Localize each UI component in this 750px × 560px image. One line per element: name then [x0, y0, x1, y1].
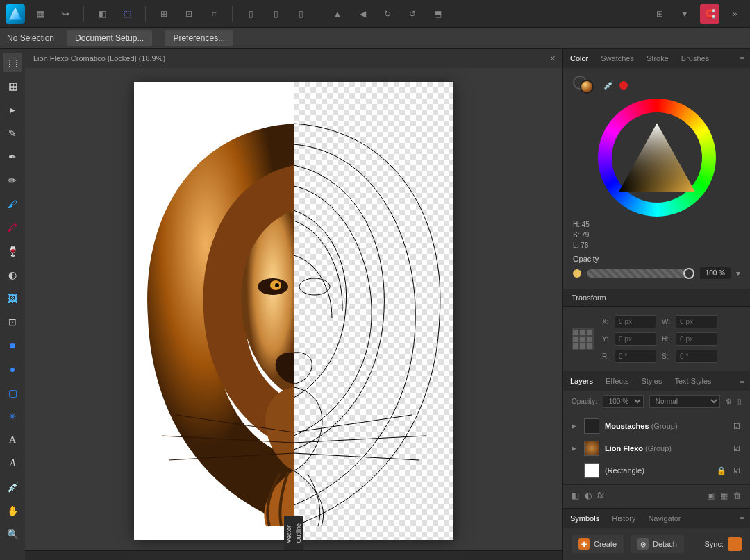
snapping-grid-icon[interactable]: ⌗	[204, 4, 224, 24]
opacity-value[interactable]: 100 %	[700, 267, 731, 279]
layers-menu-icon[interactable]: ≡	[740, 377, 744, 385]
color-sample-icon[interactable]	[619, 81, 628, 90]
flip-h-icon[interactable]: ▲	[328, 4, 347, 24]
delete-layer-icon[interactable]: 🗑	[733, 491, 742, 500]
tab-symbols[interactable]: Symbols	[569, 511, 601, 525]
symbols-menu-icon[interactable]: ≡	[740, 514, 744, 523]
context-bar: No Selection Document Setup... Preferenc…	[0, 28, 750, 49]
transparency-tool-icon[interactable]: ◐	[3, 265, 22, 285]
tab-styles[interactable]: Styles	[640, 374, 663, 388]
layers-toggle-icon[interactable]: ⬚	[117, 4, 137, 24]
tab-color[interactable]: Color	[569, 51, 590, 65]
svg-marker-5	[619, 124, 695, 192]
horizontal-scrollbar[interactable]	[25, 550, 562, 560]
place-image-tool-icon[interactable]: 🖼	[3, 289, 22, 308]
align-left-icon[interactable]: ▯	[241, 4, 260, 24]
y-field[interactable]	[615, 332, 656, 346]
flip-v-icon[interactable]: ◀	[353, 4, 372, 24]
artboard-tool-icon[interactable]: ▦	[3, 76, 22, 96]
w-field[interactable]	[676, 315, 717, 328]
color-wheel[interactable]	[598, 99, 716, 217]
fx-icon[interactable]: fx	[597, 491, 603, 500]
create-symbol-button[interactable]: ✚Create	[572, 535, 624, 553]
arrange-icon[interactable]: ⬒	[428, 4, 447, 24]
crop-tool-icon[interactable]: ⊡	[3, 312, 22, 332]
node-tool-icon[interactable]: ▸	[3, 100, 22, 119]
s-field[interactable]	[676, 350, 717, 363]
no-selection-label: No Selection	[7, 33, 54, 43]
add-layer-icon[interactable]: ▣	[707, 491, 715, 500]
visibility-checkbox: ☑	[732, 422, 742, 431]
magnet-icon[interactable]: 🧲	[700, 4, 719, 24]
color-panel: 💉 H: 45S: 79L: 76 Opacity 100 % ▾	[563, 68, 750, 289]
rotate-ccw-icon[interactable]: ↺	[403, 4, 422, 24]
panel-menu-icon[interactable]: ≡	[740, 54, 744, 62]
layer-settings-icon[interactable]: ⚙	[726, 398, 732, 405]
persona-pixel-icon[interactable]: ⊶	[56, 4, 75, 24]
brush-tool-icon[interactable]: 🖌	[3, 194, 22, 214]
rotate-cw-icon[interactable]: ↻	[378, 4, 397, 24]
fill-stroke-swatch[interactable]	[573, 76, 598, 95]
opacity-slider[interactable]	[587, 269, 694, 278]
h-field[interactable]	[676, 332, 717, 346]
eyedropper-tool-icon[interactable]: 💉	[3, 477, 22, 497]
persona-designer-icon[interactable]: ▦	[31, 4, 50, 24]
layer-row[interactable]: ▶Lion Flexo (Group)☑	[569, 437, 744, 459]
layer-options-icon[interactable]: ▯	[738, 398, 742, 405]
pan-tool-icon[interactable]: ✋	[3, 501, 22, 520]
corner-tool-icon[interactable]: ✎	[3, 124, 22, 143]
document-setup-button[interactable]: Document Setup...	[67, 30, 152, 46]
tab-navigator[interactable]: Navigator	[647, 511, 682, 525]
top-toolbar: ▦ ⊶ ◧ ⬚ ⊞ ⊡ ⌗ ▯ ▯ ▯ ▲ ◀ ↻ ↺ ⬒ ⊞ ▾ 🧲 »	[0, 0, 750, 28]
grid-icon[interactable]: ⊞	[154, 4, 174, 24]
layer-row[interactable]: (Rectangle) 🔒☑	[569, 459, 744, 482]
rectangle-tool-icon[interactable]: ■	[3, 336, 22, 355]
layer-opacity-select[interactable]: 100 %	[603, 395, 644, 408]
text-tool-icon[interactable]: A	[3, 430, 22, 450]
eyedropper-icon[interactable]: 💉	[603, 80, 614, 90]
tab-layers[interactable]: Layers	[569, 374, 594, 388]
canvas-viewport[interactable]: Vector Outline	[25, 68, 562, 550]
gradient-tool-icon[interactable]: 🍷	[3, 241, 22, 261]
fill-tool-icon[interactable]: 🖍	[3, 218, 22, 237]
tab-history[interactable]: History	[610, 511, 637, 525]
add-pixel-layer-icon[interactable]: ▦	[720, 491, 728, 500]
detach-symbol-button[interactable]: ⊘Detach	[631, 535, 684, 553]
pencil-tool-icon[interactable]: ✏	[3, 171, 22, 190]
star-tool-icon[interactable]: ✳	[3, 407, 22, 426]
adjustment-icon[interactable]: ◐	[585, 491, 592, 500]
layers-panel: Opacity: 100 % Normal ⚙ ▯ ▶Moustaches (G…	[563, 391, 750, 508]
lion-outline-icon	[294, 82, 453, 540]
move-tool-icon[interactable]: ⬚	[3, 53, 22, 72]
magnet-off-icon[interactable]: ▾	[675, 4, 694, 24]
align-center-icon[interactable]: ▯	[266, 4, 285, 24]
tab-swatches[interactable]: Swatches	[599, 51, 635, 65]
tab-stroke[interactable]: Stroke	[645, 51, 670, 65]
symbols-panel: Symbols History Navigator ≡ ✚Create ⊘Det…	[563, 508, 750, 560]
opacity-color-dot-icon	[573, 269, 581, 278]
r-field[interactable]	[615, 350, 656, 363]
overflow-icon[interactable]: »	[725, 4, 744, 24]
frame-text-tool-icon[interactable]: A	[3, 454, 22, 473]
document-tab[interactable]: Lion Flexo Cromatico [Locked] (18.9%) ×	[25, 49, 562, 68]
snap-toggle-icon[interactable]: ⊞	[650, 4, 669, 24]
guides-icon[interactable]: ⊡	[179, 4, 199, 24]
mask-icon[interactable]: ◧	[572, 491, 579, 500]
close-tab-icon[interactable]: ×	[550, 53, 556, 64]
tab-text-styles[interactable]: Text Styles	[673, 374, 712, 388]
tab-brushes[interactable]: Brushes	[680, 51, 710, 65]
opacity-dropdown-icon[interactable]: ▾	[736, 269, 740, 278]
layer-row[interactable]: ▶Moustaches (Group)☑	[569, 415, 744, 437]
view-mode-icon[interactable]: ◧	[92, 4, 112, 24]
pen-tool-icon[interactable]: ✒	[3, 147, 22, 167]
align-right-icon[interactable]: ▯	[291, 4, 310, 24]
ellipse-tool-icon[interactable]: ●	[3, 359, 22, 379]
anchor-selector[interactable]	[572, 328, 594, 350]
layer-blend-select[interactable]: Normal	[649, 395, 720, 408]
rounded-rect-tool-icon[interactable]: ▢	[3, 383, 22, 402]
x-field[interactable]	[615, 315, 656, 328]
sync-toggle-icon[interactable]	[728, 537, 742, 551]
tab-effects[interactable]: Effects	[604, 374, 630, 388]
zoom-tool-icon[interactable]: 🔍	[3, 525, 22, 544]
preferences-button[interactable]: Preferences...	[165, 30, 233, 46]
